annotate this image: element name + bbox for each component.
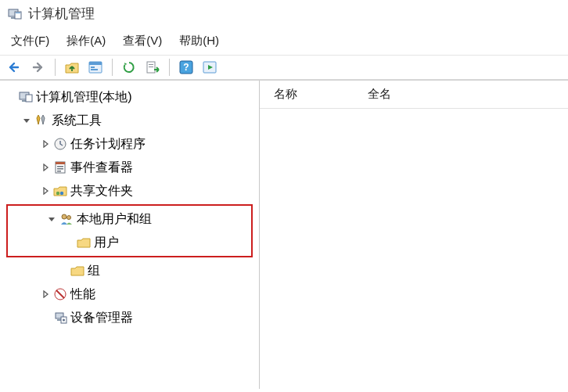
toolbar-separator	[112, 59, 113, 76]
tree-event-viewer[interactable]: 事件查看器	[2, 156, 259, 179]
export-list-icon	[145, 60, 160, 74]
menu-action[interactable]: 操作(A)	[67, 34, 106, 49]
tree-label: 用户	[94, 231, 119, 254]
expander-open[interactable]	[20, 117, 33, 124]
app-icon	[8, 7, 22, 21]
tree-label: 共享文件夹	[70, 179, 133, 203]
window-titlebar: 计算机管理	[0, 0, 568, 26]
highlight-box: 本地用户和组 用户	[6, 204, 253, 257]
expander-closed[interactable]	[39, 187, 52, 195]
tree-label: 本地用户和组	[77, 207, 152, 231]
tree-pane: 计算机管理(本地) 系统工具	[0, 81, 260, 389]
up-folder-icon	[64, 60, 80, 74]
list-header: 名称 全名	[260, 81, 568, 109]
forward-icon	[31, 61, 46, 74]
tree-label: 计算机管理(本地)	[36, 85, 132, 109]
toolbar: ?	[0, 55, 568, 80]
console-tree[interactable]: 计算机管理(本地) 系统工具	[0, 85, 259, 329]
tree-label: 设备管理器	[70, 306, 133, 329]
svg-point-25	[62, 214, 67, 219]
event-viewer-icon	[52, 160, 69, 174]
tree-users[interactable]: 用户	[8, 231, 251, 254]
tree-label: 组	[88, 259, 100, 282]
tree-task-scheduler[interactable]: 任务计划程序	[2, 132, 259, 156]
refresh-button[interactable]	[119, 57, 139, 77]
up-button[interactable]	[62, 57, 82, 77]
svg-text:?: ?	[183, 62, 189, 73]
folder-icon	[75, 236, 92, 249]
window-title: 计算机管理	[28, 5, 95, 23]
svg-rect-22	[57, 171, 61, 172]
svg-point-24	[60, 192, 63, 195]
tree-label: 系统工具	[52, 109, 102, 132]
tree-label: 事件查看器	[70, 156, 133, 179]
run-button[interactable]	[200, 57, 220, 77]
export-list-button[interactable]	[142, 57, 163, 77]
device-manager-icon	[52, 311, 69, 325]
main-content: 计算机管理(本地) 系统工具	[0, 80, 568, 389]
svg-rect-10	[149, 67, 153, 67]
tree-system-tools[interactable]: 系统工具	[2, 109, 259, 132]
tree-groups[interactable]: 组	[2, 259, 259, 282]
menu-file[interactable]: 文件(F)	[11, 34, 49, 49]
help-button[interactable]: ?	[176, 57, 196, 77]
system-tools-icon	[33, 113, 50, 128]
folder-icon	[69, 264, 86, 277]
tree-label: 性能	[70, 282, 95, 306]
clock-icon	[52, 137, 69, 151]
svg-rect-7	[91, 69, 98, 70]
svg-rect-3	[16, 13, 20, 13]
back-icon	[7, 61, 23, 74]
run-icon	[202, 60, 217, 74]
menu-bar: 文件(F) 操作(A) 查看(V) 帮助(H)	[0, 26, 568, 55]
svg-point-31	[63, 319, 65, 322]
tree-local-users-and-groups[interactable]: 本地用户和组	[8, 207, 251, 231]
tree-root-computer-management[interactable]: 计算机管理(本地)	[2, 85, 259, 109]
svg-rect-21	[57, 168, 63, 170]
svg-rect-9	[149, 64, 153, 65]
tree-device-manager[interactable]: 设备管理器	[2, 306, 259, 329]
performance-icon	[52, 287, 69, 301]
expander-open[interactable]	[45, 215, 58, 223]
properties-icon	[88, 60, 103, 74]
toolbar-separator	[55, 59, 56, 76]
refresh-icon	[122, 60, 136, 74]
menu-view[interactable]: 查看(V)	[123, 34, 162, 49]
list-pane: 名称 全名	[260, 81, 568, 389]
svg-point-23	[56, 192, 59, 195]
properties-button[interactable]	[85, 57, 106, 77]
back-button[interactable]	[5, 57, 25, 77]
expander-closed[interactable]	[39, 140, 52, 148]
toolbar-separator	[169, 59, 170, 76]
svg-rect-5	[89, 62, 102, 65]
column-header-fullname[interactable]: 全名	[368, 87, 391, 102]
computer-management-icon	[17, 90, 34, 104]
local-users-groups-icon	[58, 212, 75, 226]
expander-closed[interactable]	[39, 290, 52, 298]
svg-rect-6	[91, 67, 95, 68]
tree-shared-folders[interactable]: 共享文件夹	[2, 179, 259, 203]
svg-rect-20	[57, 166, 63, 167]
svg-rect-19	[56, 162, 65, 164]
help-icon: ?	[179, 60, 193, 74]
expander-closed[interactable]	[39, 164, 52, 171]
svg-rect-16	[26, 95, 32, 102]
column-header-name[interactable]: 名称	[274, 87, 297, 102]
svg-point-26	[67, 216, 71, 220]
forward-button[interactable]	[28, 57, 49, 77]
shared-folders-icon	[52, 184, 69, 198]
tree-performance[interactable]: 性能	[2, 282, 259, 306]
menu-help[interactable]: 帮助(H)	[179, 34, 219, 49]
tree-label: 任务计划程序	[70, 132, 146, 156]
